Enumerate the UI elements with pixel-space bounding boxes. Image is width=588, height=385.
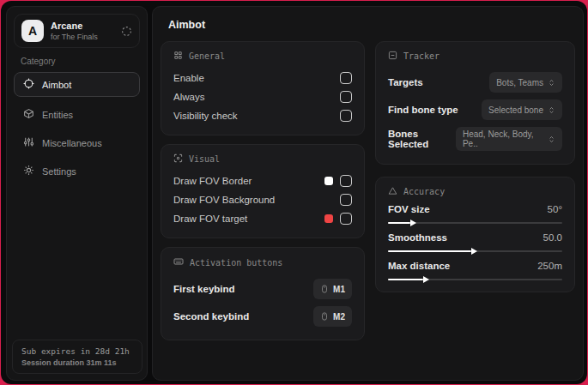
grid-icon: [173, 51, 183, 62]
sidebar-item-label: Miscellaneous: [42, 138, 102, 148]
checkbox-enable[interactable]: [340, 72, 352, 84]
subscription-info: Sub expires in 28d 21h Session duration …: [12, 340, 142, 374]
setting-row-first-keybind: First keybind M1: [173, 275, 352, 303]
app-name: Arcane: [51, 21, 114, 33]
setting-label: First keybind: [173, 284, 235, 294]
app-meta: Arcane for The Finals: [51, 21, 114, 41]
dropdown-bones-selected[interactable]: Head, Neck, Body, Pe..: [456, 127, 562, 151]
left-column: General Enable Always Visibility check: [161, 41, 365, 340]
slider-value: 250m: [537, 261, 562, 271]
keybind-value: M2: [333, 312, 345, 322]
card-visual: Visual Draw FOV Border Draw FOV Backgrou…: [161, 144, 365, 238]
smoothness-slider[interactable]: [388, 250, 562, 252]
screen: A Arcane for The Finals Category: [0, 0, 588, 385]
subscription-expiry: Sub expires in 28d 21h: [21, 346, 133, 356]
sidebar-item-label: Entities: [42, 110, 73, 120]
card-general: General Enable Always Visibility check: [161, 41, 365, 135]
app-header: A Arcane for The Finals: [14, 14, 140, 48]
setting-row-always: Always: [173, 87, 352, 106]
checkbox-draw-fov-background[interactable]: [340, 194, 352, 206]
sidebar-item-label: Settings: [42, 166, 76, 177]
card-general-header: General: [173, 51, 352, 62]
slider-value: 50°: [548, 204, 562, 214]
sidebar-item-settings[interactable]: Settings: [14, 159, 140, 183]
card-activation-buttons: Activation buttons First keybind M1: [161, 247, 365, 340]
setting-label: Bones Selected: [388, 129, 456, 149]
card-title: Accuracy: [403, 187, 445, 196]
max-distance-slider[interactable]: [388, 279, 562, 280]
card-title: General: [189, 51, 225, 61]
keybind-button-second[interactable]: M2: [313, 306, 352, 327]
sidebar-nav: Aimbot Entities Miscellaneous: [14, 72, 140, 183]
slider-value: 50.0: [543, 232, 562, 243]
setting-row-draw-fov-background: Draw FOV Background: [173, 190, 352, 209]
main-panel: Aimbot General: [152, 6, 584, 381]
slider-row-fov-size: FOV size 50°: [388, 204, 562, 224]
checkbox-draw-fov-target[interactable]: [340, 213, 352, 225]
app-window: A Arcane for The Finals Category: [1, 1, 587, 384]
keyboard-icon: [173, 256, 184, 268]
checkbox-draw-fov-border[interactable]: [340, 175, 352, 187]
slider-thumb[interactable]: [410, 220, 416, 226]
page-title: Aimbot: [153, 7, 583, 41]
card-tracker-header: Tracker: [388, 51, 562, 62]
setting-label: Draw FOV Border: [173, 176, 252, 186]
session-duration: Session duration 31m 11s: [21, 358, 133, 367]
dropdown-targets[interactable]: Bots, Teams: [489, 72, 562, 93]
fov-size-slider[interactable]: [388, 222, 562, 224]
card-accuracy: Accuracy FOV size 50°: [375, 177, 575, 292]
refresh-icon[interactable]: [121, 26, 132, 37]
slider-thumb[interactable]: [423, 276, 429, 283]
dropdown-value: Bots, Teams: [496, 78, 543, 87]
crosshair-icon: [23, 78, 34, 91]
setting-label: Draw FOV Background: [173, 195, 275, 205]
color-swatch-fov-target[interactable]: [324, 214, 333, 223]
setting-row-second-keybind: Second keybind M2: [173, 303, 352, 330]
setting-row-draw-fov-target: Draw FOV target: [173, 209, 352, 228]
setting-row-draw-fov-border: Draw FOV Border: [173, 171, 352, 190]
gear-icon: [23, 165, 34, 177]
slider-fill: [388, 250, 471, 252]
mouse-icon: [320, 281, 329, 297]
scan-eye-icon: [173, 153, 183, 165]
slider-thumb[interactable]: [471, 248, 477, 255]
slider-fill: [388, 222, 410, 224]
card-title: Tracker: [403, 51, 439, 61]
cube-icon: [23, 108, 34, 121]
card-visual-header: Visual: [173, 153, 352, 165]
keybind-button-first[interactable]: M1: [313, 279, 352, 299]
triangle-icon: [388, 186, 397, 197]
sidebar-item-label: Aimbot: [42, 80, 71, 90]
setting-label: Visibility check: [173, 111, 238, 121]
setting-row-find-bone-type: Find bone type Selected bone: [388, 96, 562, 123]
dropdown-find-bone-type[interactable]: Selected bone: [482, 99, 562, 120]
sidebar-item-entities[interactable]: Entities: [14, 102, 140, 127]
sidebar-item-aimbot[interactable]: Aimbot: [14, 72, 140, 97]
setting-label: Enable: [173, 73, 204, 83]
app-logo: A: [21, 20, 44, 42]
color-swatch-fov-border[interactable]: [324, 177, 333, 185]
setting-label: Max distance: [388, 261, 450, 271]
checkbox-always[interactable]: [340, 91, 352, 103]
chevrons-up-down-icon: [548, 131, 555, 147]
slider-fill: [388, 279, 423, 280]
category-label: Category: [21, 57, 133, 66]
setting-row-targets: Targets Bots, Teams: [388, 69, 562, 96]
sliders-icon: [23, 136, 34, 149]
checkbox-visibility-check[interactable]: [340, 110, 352, 122]
slider-row-smoothness: Smoothness 50.0: [388, 232, 562, 252]
card-title: Activation buttons: [190, 258, 282, 268]
dropdown-value: Selected bone: [488, 105, 543, 115]
right-column: Tracker Targets Bots, Teams: [375, 41, 575, 292]
sidebar-item-miscellaneous[interactable]: Miscellaneous: [14, 130, 140, 155]
setting-label: Smoothness: [388, 232, 447, 243]
setting-row-enable: Enable: [173, 69, 352, 87]
card-tracker: Tracker Targets Bots, Teams: [375, 41, 575, 165]
card-activation-header: Activation buttons: [173, 256, 352, 268]
setting-label: Targets: [388, 77, 423, 87]
chevrons-up-down-icon: [548, 75, 555, 90]
card-title: Visual: [189, 154, 220, 164]
keybind-value: M1: [333, 285, 345, 294]
setting-label: FOV size: [388, 204, 430, 214]
setting-label: Second keybind: [173, 311, 249, 322]
